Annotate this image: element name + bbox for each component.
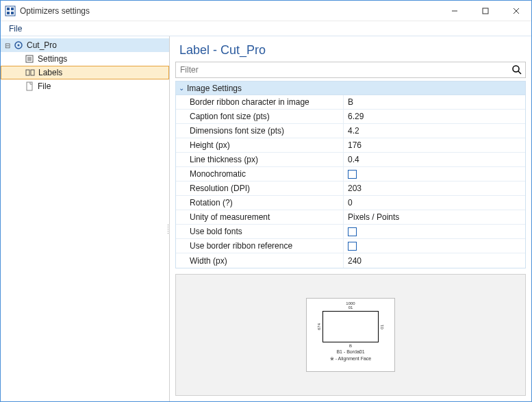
preview-dim-bottom: B xyxy=(349,344,352,348)
svg-rect-6 xyxy=(483,8,488,14)
prop-name: Unity of measurement xyxy=(176,210,344,224)
prop-value[interactable] xyxy=(344,225,525,238)
svg-rect-3 xyxy=(7,12,10,14)
splitter[interactable] xyxy=(166,219,170,240)
prop-value[interactable]: 0 xyxy=(344,196,525,210)
prop-value[interactable]: 6.29 xyxy=(344,110,525,123)
tree-item-icon xyxy=(25,67,36,78)
window-controls xyxy=(439,1,531,21)
label-preview: 1000 01 674 01 B B1 - Borda01 ※ - Alignm… xyxy=(306,298,395,372)
app-icon xyxy=(5,5,16,16)
prop-row: Width (px)240 xyxy=(176,253,525,268)
prop-row: Monochromatic xyxy=(176,167,525,181)
prop-row: Use border ribbon reference xyxy=(176,239,525,253)
svg-point-10 xyxy=(18,45,20,47)
page-title: Label - Cut_Pro xyxy=(170,36,531,62)
svg-line-19 xyxy=(518,71,521,74)
prop-value[interactable]: 4.2 xyxy=(344,124,525,138)
tree-item-label: Labels xyxy=(38,68,62,77)
filter-input[interactable] xyxy=(176,64,509,76)
section-header[interactable]: ⌄ Image Settings xyxy=(176,81,525,95)
tree-item-label: Settings xyxy=(38,54,67,64)
prop-name: Resolution (DPI) xyxy=(176,181,344,195)
tree-root[interactable]: ⊟ Cut_Pro xyxy=(1,38,169,52)
prop-row: Use bold fonts xyxy=(176,225,525,239)
prop-value[interactable]: 0.4 xyxy=(344,153,525,166)
prop-name: Caption font size (pts) xyxy=(176,110,344,123)
preview-panel: 1000 01 674 01 B B1 - Borda01 ※ - Alignm… xyxy=(175,274,526,396)
preview-caption-2: ※ - Alignment Face xyxy=(330,356,371,362)
svg-rect-1 xyxy=(7,8,10,10)
preview-dim-left: 674 xyxy=(317,323,321,330)
prop-name: Width (px) xyxy=(176,253,344,268)
search-icon[interactable] xyxy=(509,64,525,75)
prop-row: Border ribbon character in imageB xyxy=(176,95,525,110)
gear-icon xyxy=(13,40,24,51)
prop-row: Caption font size (pts)6.29 xyxy=(176,110,525,124)
tree-item-icon xyxy=(24,81,35,92)
checkbox[interactable] xyxy=(348,170,357,179)
tree-collapse-icon[interactable]: ⊟ xyxy=(3,42,12,49)
prop-row: Dimensions font size (pts)4.2 xyxy=(176,124,525,138)
preview-rect xyxy=(322,311,379,342)
chevron-down-icon: ⌄ xyxy=(179,84,187,92)
svg-rect-2 xyxy=(11,8,14,10)
svg-rect-15 xyxy=(26,70,29,75)
minimize-button[interactable] xyxy=(439,1,470,21)
filter-bar xyxy=(175,62,526,78)
prop-value[interactable]: 176 xyxy=(344,138,525,152)
menubar: File xyxy=(1,21,531,36)
prop-name: Line thickness (px) xyxy=(176,153,344,166)
tree-item-settings[interactable]: ·Settings xyxy=(1,52,169,66)
svg-point-18 xyxy=(513,66,519,72)
prop-name: Use border ribbon reference xyxy=(176,239,344,253)
prop-name: Dimensions font size (pts) xyxy=(176,124,344,138)
svg-rect-4 xyxy=(11,12,14,14)
prop-value[interactable]: B xyxy=(344,95,525,109)
prop-value[interactable]: 203 xyxy=(344,181,525,195)
prop-value[interactable]: 240 xyxy=(344,253,525,268)
prop-name: Height (px) xyxy=(176,138,344,152)
window: Optimizers settings File ⊟ Cut_Pro ·Sett… xyxy=(0,0,532,402)
body: ⊟ Cut_Pro ·Settings·Labels·File Label - … xyxy=(1,36,531,401)
preview-dim-sub: 01 xyxy=(349,305,353,310)
maximize-button[interactable] xyxy=(470,1,501,21)
prop-name: Border ribbon character in image xyxy=(176,95,344,109)
prop-name: Monochromatic xyxy=(176,167,344,181)
prop-name: Use bold fonts xyxy=(176,225,344,238)
prop-row: Unity of measurementPixels / Points xyxy=(176,210,525,225)
tree-item-icon xyxy=(24,53,35,64)
prop-row: Line thickness (px)0.4 xyxy=(176,153,525,167)
svg-rect-17 xyxy=(27,82,32,90)
main-panel: Label - Cut_Pro ⌄ Image Settings Border … xyxy=(170,36,531,401)
window-title: Optimizers settings xyxy=(20,6,439,16)
prop-row: Height (px)176 xyxy=(176,138,525,153)
preview-caption-1: B1 - Borda01 xyxy=(336,349,364,355)
prop-name: Rotation (?) xyxy=(176,196,344,210)
tree-item-label: File xyxy=(38,81,51,91)
tree-item-labels[interactable]: ·Labels xyxy=(1,66,169,79)
titlebar: Optimizers settings xyxy=(1,1,531,21)
prop-value[interactable]: Pixels / Points xyxy=(344,210,525,224)
tree-panel: ⊟ Cut_Pro ·Settings·Labels·File xyxy=(1,36,170,401)
menu-file[interactable]: File xyxy=(3,23,27,35)
property-grid: ⌄ Image Settings Border ribbon character… xyxy=(175,81,526,268)
tree-root-label: Cut_Pro xyxy=(27,40,57,50)
prop-row: Rotation (?)0 xyxy=(176,196,525,210)
section-title: Image Settings xyxy=(187,84,242,93)
close-button[interactable] xyxy=(501,1,531,21)
prop-value[interactable] xyxy=(344,167,525,181)
tree-item-file[interactable]: ·File xyxy=(1,79,169,93)
checkbox[interactable] xyxy=(348,242,357,251)
svg-rect-16 xyxy=(31,70,34,75)
checkbox[interactable] xyxy=(348,227,357,236)
preview-dim-right: 01 xyxy=(380,325,384,329)
prop-value[interactable] xyxy=(344,239,525,253)
prop-row: Resolution (DPI)203 xyxy=(176,181,525,196)
